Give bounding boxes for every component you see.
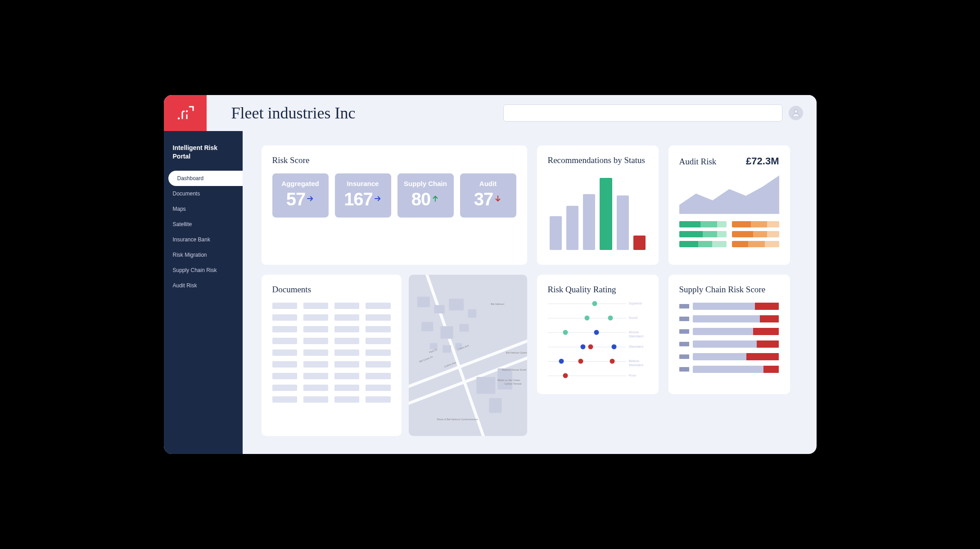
svg-rect-9 — [440, 326, 453, 339]
svg-text:Plaza of Bal Harbour Condomini: Plaza of Bal Harbour Condominiums — [437, 418, 478, 421]
doc-cell — [366, 373, 390, 379]
svg-rect-7 — [468, 309, 476, 318]
audit-risk-card[interactable]: Audit Risk £72.3M — [668, 145, 790, 265]
sidebar-item-documents[interactable]: Documents — [164, 186, 243, 201]
doc-cell — [334, 349, 359, 356]
risk-quality-title: Risk Quality Rating — [548, 285, 648, 295]
doc-cell — [366, 396, 390, 403]
recommendations-card[interactable]: Recommendations by Status — [537, 145, 659, 265]
recommendations-bar-chart — [548, 178, 648, 250]
quality-level-label: Poor — [627, 373, 648, 377]
svg-rect-10 — [459, 324, 469, 331]
risk-tile-supply-chain[interactable]: Supply Chain80 — [397, 173, 454, 218]
scatter-gridline: Above Standard — [548, 332, 626, 333]
risk-quality-scatter: SuperiorGoodAbove StandardStandardBellow… — [548, 304, 648, 380]
scatter-dot — [608, 316, 613, 321]
user-icon — [791, 108, 801, 118]
audit-seg-bar — [732, 231, 779, 237]
avatar[interactable] — [789, 106, 803, 120]
svg-text:Majestic House South: Majestic House South — [501, 368, 526, 371]
recommendations-title: Recommendations by Status — [548, 155, 648, 165]
supply-row — [679, 353, 779, 360]
scatter-dot — [563, 330, 568, 335]
sidebar-item-insurance-bank[interactable]: Insurance Bank — [164, 232, 243, 247]
sidebar-item-supply-chain-risk[interactable]: Supply Chain Risk — [164, 263, 243, 278]
doc-cell — [366, 326, 390, 332]
audit-risk-title: Audit Risk — [679, 157, 717, 167]
audit-seg-bar — [679, 231, 727, 237]
supply-chain-title: Supply Chain Risk Score — [679, 285, 779, 295]
doc-cell — [272, 338, 297, 344]
sidebar-item-maps[interactable]: Maps — [164, 201, 243, 217]
doc-cell — [334, 314, 359, 321]
risk-score-card: Risk Score Aggregated57Insurance167Suppl… — [262, 145, 527, 265]
rec-bar — [550, 216, 562, 250]
risk-tile-value: 37 — [474, 189, 493, 209]
scatter-dot — [584, 316, 589, 321]
doc-cell — [334, 385, 359, 391]
audit-area-chart — [679, 173, 779, 214]
trend-down-icon — [493, 193, 502, 206]
sidebar-item-dashboard[interactable]: Dashboard — [168, 171, 243, 186]
documents-card[interactable]: Documents — [262, 275, 402, 436]
risk-tile-label: Insurance — [335, 180, 391, 187]
risk-tile-value: 167 — [344, 189, 373, 209]
audit-seg-bar — [732, 221, 779, 227]
risk-tile-insurance[interactable]: Insurance167 — [335, 173, 391, 218]
doc-cell — [272, 385, 297, 391]
doc-cell — [303, 349, 328, 356]
quality-level-label: Standard — [627, 345, 648, 349]
supply-row-label — [679, 367, 689, 372]
risk-tile-value: 57 — [286, 189, 306, 209]
doc-cell — [272, 373, 297, 379]
risk-quality-card[interactable]: Risk Quality Rating SuperiorGoodAbove St… — [537, 275, 659, 394]
scatter-dot — [594, 330, 599, 335]
scatter-dot — [612, 345, 617, 349]
rec-bar — [633, 236, 646, 250]
quality-level-label: Bellow Standard — [627, 359, 648, 367]
quality-level-label: Good — [627, 316, 648, 320]
topbar: Fleet industries Inc — [164, 95, 817, 131]
logo-icon — [175, 103, 195, 123]
sidebar-item-satellite[interactable]: Satellite — [164, 217, 243, 232]
doc-cell — [303, 326, 328, 332]
risk-tile-value: 80 — [411, 189, 431, 209]
rec-bar — [617, 195, 629, 250]
map-card[interactable]: Collins Ave Collins Ave Park Dr Bal Cros… — [409, 275, 527, 436]
risk-tile-aggregated[interactable]: Aggregated57 — [272, 173, 329, 218]
supply-chain-card[interactable]: Supply Chain Risk Score — [668, 275, 790, 394]
doc-cell — [366, 303, 390, 309]
quality-level-label: Above Standard — [627, 330, 648, 338]
company-title: Fleet industries Inc — [231, 104, 356, 123]
svg-text:Carlton Terrace: Carlton Terrace — [504, 382, 521, 385]
doc-cell — [334, 303, 359, 309]
doc-cell — [272, 349, 297, 356]
doc-cell — [272, 314, 297, 321]
scatter-dot — [563, 373, 568, 378]
svg-rect-8 — [421, 322, 433, 331]
risk-tile-audit[interactable]: Audit37 — [460, 173, 516, 218]
logo[interactable] — [164, 95, 207, 131]
risk-tile-label: Aggregated — [272, 180, 329, 187]
supply-row — [679, 340, 779, 348]
supply-row — [679, 328, 779, 335]
scatter-dot — [578, 359, 583, 364]
svg-rect-4 — [417, 296, 429, 307]
documents-table — [272, 303, 391, 403]
sidebar-item-risk-migration[interactable]: Risk Migration — [164, 247, 243, 263]
svg-rect-6 — [449, 299, 464, 310]
scatter-gridline: Poor — [548, 376, 626, 376]
trend-right-icon — [305, 193, 314, 206]
search-input[interactable] — [503, 104, 782, 122]
svg-rect-5 — [434, 305, 444, 313]
main: Risk Score Aggregated57Insurance167Suppl… — [243, 131, 817, 454]
supply-row-label — [679, 304, 689, 309]
sidebar-item-audit-risk[interactable]: Audit Risk — [164, 278, 243, 293]
doc-cell — [334, 373, 359, 379]
doc-cell — [366, 314, 390, 321]
quality-level-label: Superior — [627, 301, 648, 305]
audit-risk-amount: £72.3M — [746, 155, 779, 167]
doc-cell — [334, 326, 359, 332]
doc-cell — [366, 361, 390, 368]
scatter-dot — [580, 345, 585, 349]
